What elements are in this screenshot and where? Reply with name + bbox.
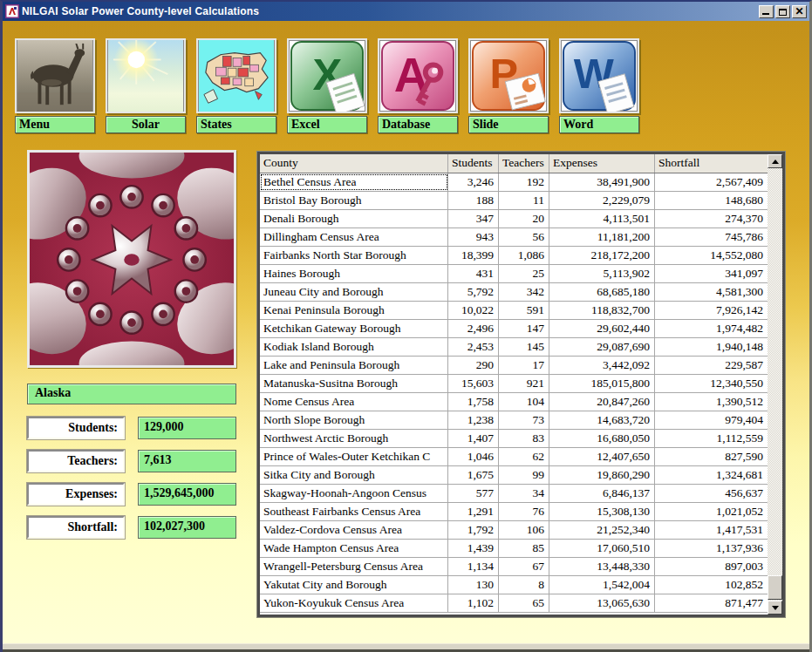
- county-cell[interactable]: North Slope Borough: [260, 411, 448, 429]
- table-row[interactable]: Yukon-Koyukuk Census Area1,1026513,065,6…: [260, 594, 768, 613]
- table-row[interactable]: North Slope Borough1,2387314,683,720979,…: [260, 411, 768, 430]
- county-cell[interactable]: Wade Hampton Census Area: [260, 540, 448, 557]
- value-cell[interactable]: 3,246: [448, 173, 499, 191]
- county-cell[interactable]: Kenai Peninsula Borough: [260, 302, 448, 319]
- value-cell[interactable]: 102,852: [655, 576, 768, 594]
- value-cell[interactable]: 11: [499, 192, 549, 209]
- slide-button[interactable]: P Slide: [468, 38, 549, 133]
- county-cell[interactable]: Juneau City and Borough: [260, 283, 448, 301]
- county-cell[interactable]: Bristol Bay Borough: [260, 192, 448, 209]
- value-cell[interactable]: 29,087,690: [549, 338, 655, 356]
- value-cell[interactable]: 2,229,079: [549, 192, 655, 209]
- county-cell[interactable]: Dillingham Census Area: [260, 228, 448, 246]
- value-cell[interactable]: 1,291: [448, 503, 499, 520]
- scroll-up-button[interactable]: [768, 154, 782, 168]
- column-header-teachers[interactable]: Teachers: [499, 154, 549, 173]
- table-row[interactable]: Lake and Peninsula Borough290173,442,092…: [260, 357, 768, 375]
- value-cell[interactable]: 1,974,482: [655, 320, 768, 337]
- county-cell[interactable]: Prince of Wales-Outer Ketchikan C: [260, 448, 448, 465]
- value-cell[interactable]: 18,399: [448, 247, 499, 264]
- database-button[interactable]: A Database: [378, 38, 458, 133]
- minimize-button[interactable]: [759, 5, 774, 18]
- table-scrollbar[interactable]: [768, 154, 782, 615]
- value-cell[interactable]: 192: [499, 173, 549, 191]
- value-cell[interactable]: 979,404: [655, 411, 768, 429]
- value-cell[interactable]: 25: [499, 265, 549, 282]
- county-cell[interactable]: Southeast Fairbanks Census Area: [260, 503, 448, 520]
- value-cell[interactable]: 1,238: [448, 411, 499, 429]
- table-row[interactable]: Bristol Bay Borough188112,229,079148,680: [260, 192, 768, 210]
- county-cell[interactable]: Wrangell-Petersburg Census Area: [260, 558, 448, 575]
- value-cell[interactable]: 1,134: [448, 558, 499, 575]
- value-cell[interactable]: 2,567,409: [655, 173, 768, 191]
- value-cell[interactable]: 10,022: [448, 302, 499, 319]
- scroll-thumb[interactable]: [768, 575, 782, 600]
- value-cell[interactable]: 11,181,200: [549, 228, 655, 246]
- value-cell[interactable]: 897,003: [655, 558, 768, 575]
- county-cell[interactable]: Skagway-Hoonah-Angoon Census: [260, 485, 448, 502]
- value-cell[interactable]: 118,832,700: [549, 302, 655, 319]
- value-cell[interactable]: 577: [448, 485, 499, 502]
- value-cell[interactable]: 1,324,681: [655, 466, 768, 484]
- column-header-expenses[interactable]: Expenses: [549, 154, 655, 173]
- value-cell[interactable]: 20,847,260: [549, 393, 655, 411]
- table-row[interactable]: Haines Borough431255,113,902341,097: [260, 265, 768, 283]
- word-button[interactable]: W Word: [559, 38, 639, 133]
- value-cell[interactable]: 14,552,080: [655, 247, 768, 264]
- value-cell[interactable]: 85: [499, 540, 549, 557]
- county-cell[interactable]: Valdez-Cordova Census Area: [260, 521, 448, 539]
- value-cell[interactable]: 20: [499, 210, 549, 228]
- value-cell[interactable]: 827,590: [655, 448, 768, 465]
- value-cell[interactable]: 13,065,630: [549, 594, 655, 612]
- table-row[interactable]: Bethel Census Area3,24619238,491,9002,56…: [260, 173, 768, 192]
- table-row[interactable]: Fairbanks North Star Borough18,3991,0862…: [260, 247, 768, 265]
- value-cell[interactable]: 431: [448, 265, 499, 282]
- value-cell[interactable]: 34: [499, 485, 549, 502]
- value-cell[interactable]: 1,407: [448, 430, 499, 447]
- value-cell[interactable]: 104: [499, 393, 549, 411]
- value-cell[interactable]: 99: [499, 466, 549, 484]
- value-cell[interactable]: 1,542,004: [549, 576, 655, 594]
- table-row[interactable]: Southeast Fairbanks Census Area1,2917615…: [260, 503, 768, 521]
- value-cell[interactable]: 62: [499, 448, 549, 465]
- value-cell[interactable]: 15,603: [448, 375, 499, 392]
- value-cell[interactable]: 2,453: [448, 338, 499, 356]
- county-cell[interactable]: Bethel Census Area: [260, 173, 448, 191]
- value-cell[interactable]: 15,308,130: [549, 503, 655, 520]
- table-row[interactable]: Matanuska-Susitna Borough15,603921185,01…: [260, 375, 768, 393]
- county-cell[interactable]: Northwest Arctic Borough: [260, 430, 448, 447]
- value-cell[interactable]: 5,113,902: [549, 265, 655, 282]
- value-cell[interactable]: 591: [499, 302, 549, 319]
- value-cell[interactable]: 106: [499, 521, 549, 539]
- value-cell[interactable]: 56: [499, 228, 549, 246]
- maximize-button[interactable]: [775, 5, 790, 18]
- table-row[interactable]: Kenai Peninsula Borough10,022591118,832,…: [260, 302, 768, 320]
- value-cell[interactable]: 73: [499, 411, 549, 429]
- value-cell[interactable]: 229,587: [655, 357, 768, 374]
- excel-button[interactable]: X Excel: [287, 38, 367, 133]
- value-cell[interactable]: 17,060,510: [549, 540, 655, 557]
- value-cell[interactable]: 145: [499, 338, 549, 356]
- value-cell[interactable]: 67: [499, 558, 549, 575]
- value-cell[interactable]: 4,581,300: [655, 283, 768, 301]
- value-cell[interactable]: 4,113,501: [549, 210, 655, 228]
- county-cell[interactable]: Denali Borough: [260, 210, 448, 228]
- value-cell[interactable]: 1,940,148: [655, 338, 768, 356]
- table-row[interactable]: Yakutat City and Borough13081,542,004102…: [260, 576, 768, 594]
- county-cell[interactable]: Haines Borough: [260, 265, 448, 282]
- table-row[interactable]: Denali Borough347204,113,501274,370: [260, 210, 768, 228]
- value-cell[interactable]: 3,442,092: [549, 357, 655, 374]
- value-cell[interactable]: 7,926,142: [655, 302, 768, 319]
- table-row[interactable]: Skagway-Hoonah-Angoon Census577346,846,1…: [260, 485, 768, 503]
- county-cell[interactable]: Yukon-Koyukuk Census Area: [260, 594, 448, 612]
- value-cell[interactable]: 1,086: [499, 247, 549, 264]
- county-cell[interactable]: Lake and Peninsula Borough: [260, 357, 448, 374]
- table-row[interactable]: Northwest Arctic Borough1,4078316,680,05…: [260, 430, 768, 448]
- value-cell[interactable]: 76: [499, 503, 549, 520]
- table-row[interactable]: Dillingham Census Area9435611,181,200745…: [260, 228, 768, 247]
- value-cell[interactable]: 1,137,936: [655, 540, 768, 557]
- table-row[interactable]: Wade Hampton Census Area1,4398517,060,51…: [260, 540, 768, 558]
- value-cell[interactable]: 185,015,800: [549, 375, 655, 392]
- value-cell[interactable]: 921: [499, 375, 549, 392]
- value-cell[interactable]: 1,439: [448, 540, 499, 557]
